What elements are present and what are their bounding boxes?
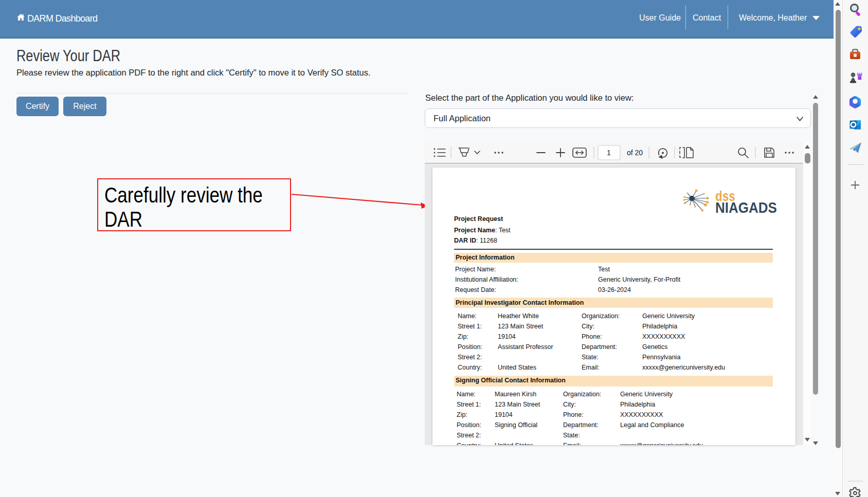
svg-text:1: 1	[607, 149, 611, 157]
svg-text:of 20: of 20	[627, 149, 643, 157]
